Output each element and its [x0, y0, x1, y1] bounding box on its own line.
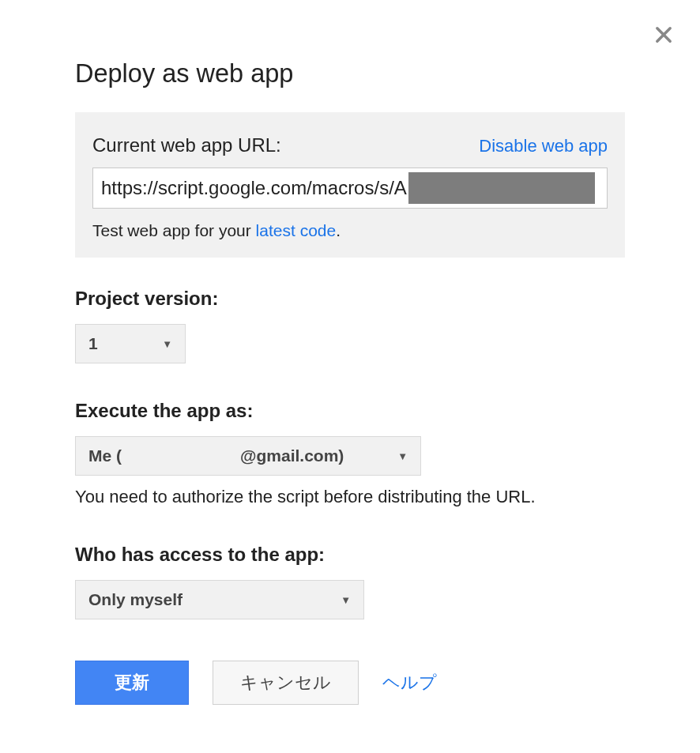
execute-as-value: Me (@gmail.com)	[88, 446, 344, 465]
authorize-help-text: You need to authorize the script before …	[75, 487, 625, 507]
execute-as-suffix: @gmail.com)	[240, 446, 344, 465]
project-version-value: 1	[88, 334, 98, 353]
url-header-row: Current web app URL: Disable web app	[92, 134, 608, 156]
close-button[interactable]	[653, 24, 675, 49]
cancel-button[interactable]: キャンセル	[213, 661, 359, 705]
execute-as-label: Execute the app as:	[75, 400, 625, 422]
chevron-down-icon: ▼	[341, 594, 351, 606]
button-row: 更新 キャンセル ヘルプ	[75, 661, 625, 705]
help-link[interactable]: ヘルプ	[382, 671, 437, 695]
url-panel: Current web app URL: Disable web app Tes…	[75, 112, 625, 258]
test-text: Test web app for your latest code.	[92, 221, 608, 240]
access-select[interactable]: Only myself ▼	[75, 580, 364, 619]
project-version-label: Project version:	[75, 288, 625, 310]
project-version-group: Project version: 1 ▼	[75, 288, 625, 363]
access-label: Who has access to the app:	[75, 544, 625, 566]
url-label: Current web app URL:	[92, 134, 281, 156]
project-version-select[interactable]: 1 ▼	[75, 324, 186, 363]
update-button[interactable]: 更新	[75, 661, 189, 705]
url-input-wrap	[92, 168, 608, 209]
access-value: Only myself	[88, 590, 183, 609]
test-prefix: Test web app for your	[92, 221, 256, 239]
test-suffix: .	[336, 221, 341, 239]
chevron-down-icon: ▼	[162, 338, 172, 350]
dialog-title: Deploy as web app	[75, 59, 625, 88]
execute-as-select[interactable]: Me (@gmail.com) ▼	[75, 436, 421, 476]
close-icon	[653, 24, 675, 46]
chevron-down-icon: ▼	[397, 450, 408, 462]
deploy-dialog: Deploy as web app Current web app URL: D…	[0, 0, 700, 744]
web-app-url-input[interactable]	[92, 168, 608, 209]
latest-code-link[interactable]: latest code	[256, 221, 337, 239]
execute-as-group: Execute the app as: Me (@gmail.com) ▼ Yo…	[75, 400, 625, 507]
execute-as-prefix: Me (	[88, 446, 122, 465]
access-group: Who has access to the app: Only myself ▼	[75, 544, 625, 619]
disable-web-app-link[interactable]: Disable web app	[479, 136, 608, 156]
